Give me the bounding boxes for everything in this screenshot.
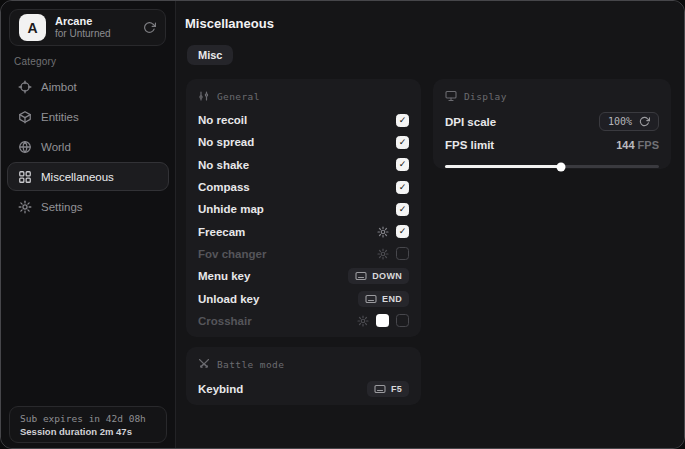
- globe-icon: [18, 140, 32, 154]
- crosshair-icon: [18, 80, 32, 94]
- sidebar-item-aimbot[interactable]: Aimbot: [7, 72, 169, 101]
- keyboard-icon: [374, 384, 386, 394]
- setting-row-no-shake: No shake: [198, 154, 409, 176]
- app-name: Arcane: [55, 15, 134, 28]
- app-subtitle: for Unturned: [55, 28, 134, 40]
- menu-key-keybind[interactable]: DOWN: [348, 268, 409, 284]
- panel-title: Battle mode: [217, 359, 284, 370]
- compass-checkbox[interactable]: [396, 181, 409, 194]
- app-window: A Arcane for Unturned Category Aimbot: [0, 0, 685, 449]
- sidebar-item-miscellaneous[interactable]: Miscellaneous: [7, 162, 169, 191]
- sync-icon[interactable]: [143, 21, 156, 34]
- sidebar-item-label: World: [41, 141, 71, 153]
- unhide-map-checkbox[interactable]: [396, 203, 409, 216]
- keyboard-icon: [365, 294, 377, 304]
- sidebar-item-label: Miscellaneous: [41, 171, 114, 183]
- panel-battle-mode: Battle mode Keybind F5: [186, 347, 421, 405]
- swords-icon: [198, 358, 210, 370]
- sub-expiry-text: Sub expires in 42d 08h: [20, 413, 156, 424]
- main-content: Miscellaneous Misc General No recoil No …: [176, 1, 684, 448]
- setting-row-keybind: Keybind F5: [198, 377, 409, 401]
- setting-row-unload-key: Unload key END: [198, 287, 409, 309]
- setting-row-no-recoil: No recoil: [198, 109, 409, 131]
- sidebar-item-settings[interactable]: Settings: [7, 192, 169, 221]
- no-spread-checkbox[interactable]: [396, 136, 409, 149]
- session-duration-text: Session duration 2m 47s: [20, 426, 156, 437]
- panel-display: Display DPI scale 100% FPS limit 144 FPS: [433, 79, 671, 169]
- setting-row-freecam: Freecam: [198, 220, 409, 242]
- battle-mode-keybind[interactable]: F5: [367, 381, 409, 397]
- freecam-checkbox[interactable]: [396, 225, 409, 238]
- fps-slider-thumb[interactable]: [556, 162, 565, 171]
- sidebar-item-label: Settings: [41, 201, 83, 213]
- subscription-status-card: Sub expires in 42d 08h Session duration …: [9, 406, 167, 443]
- entities-icon: [18, 110, 32, 124]
- setting-row-crosshair: Crosshair: [198, 310, 409, 332]
- freecam-gear-icon[interactable]: [377, 226, 389, 238]
- sliders-icon: [198, 90, 210, 102]
- no-shake-checkbox[interactable]: [396, 158, 409, 171]
- category-label: Category: [14, 56, 56, 67]
- sidebar-item-entities[interactable]: Entities: [7, 102, 169, 131]
- sidebar: A Arcane for Unturned Category Aimbot: [1, 1, 176, 448]
- sidebar-item-label: Aimbot: [41, 81, 77, 93]
- keyboard-icon: [355, 271, 367, 281]
- setting-row-fps-limit: FPS limit 144 FPS: [445, 134, 659, 156]
- setting-row-compass: Compass: [198, 176, 409, 198]
- fps-limit-value: 144 FPS: [616, 139, 659, 151]
- page-title: Miscellaneous: [185, 16, 274, 31]
- app-logo: A: [19, 14, 46, 41]
- setting-row-fov-changer: Fov changer: [198, 243, 409, 265]
- fps-limit-slider[interactable]: [445, 165, 659, 168]
- tab-misc[interactable]: Misc: [187, 45, 233, 65]
- crosshair-gear-icon[interactable]: [357, 315, 369, 327]
- unload-key-keybind[interactable]: END: [358, 291, 409, 307]
- fov-changer-checkbox[interactable]: [396, 247, 409, 260]
- setting-row-unhide-map: Unhide map: [198, 198, 409, 220]
- setting-row-dpi-scale: DPI scale 100%: [445, 109, 659, 134]
- panel-title: Display: [464, 91, 507, 102]
- monitor-icon: [445, 90, 457, 102]
- sidebar-nav: Aimbot Entities World Miscellaneous: [7, 72, 169, 221]
- crosshair-checkbox[interactable]: [396, 314, 409, 327]
- no-recoil-checkbox[interactable]: [396, 114, 409, 127]
- app-header-card[interactable]: A Arcane for Unturned: [9, 9, 166, 46]
- sidebar-item-world[interactable]: World: [7, 132, 169, 161]
- setting-row-no-spread: No spread: [198, 131, 409, 153]
- fps-slider-fill: [445, 165, 561, 168]
- refresh-icon[interactable]: [639, 116, 650, 127]
- panel-general: General No recoil No spread No shake Com…: [186, 79, 421, 337]
- crosshair-color-swatch[interactable]: [376, 314, 389, 327]
- panel-title: General: [217, 91, 260, 102]
- gear-icon: [18, 200, 32, 214]
- dpi-scale-control[interactable]: 100%: [599, 112, 659, 131]
- sidebar-item-label: Entities: [41, 111, 79, 123]
- setting-row-menu-key: Menu key DOWN: [198, 265, 409, 287]
- grid-icon: [18, 170, 32, 184]
- fov-changer-gear-icon[interactable]: [377, 248, 389, 260]
